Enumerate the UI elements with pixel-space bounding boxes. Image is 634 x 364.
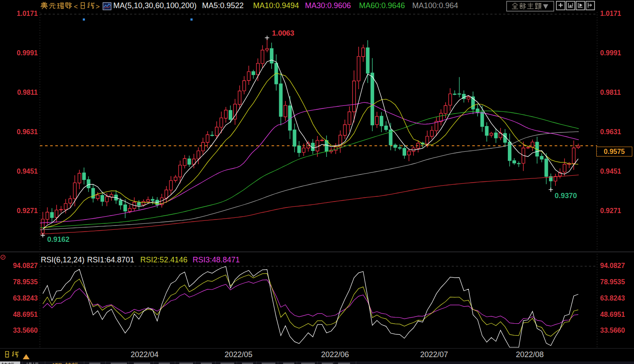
svg-text:>: > [96, 3, 100, 10]
svg-text:ATR: ATR [51, 362, 62, 364]
svg-text:<: < [74, 3, 78, 10]
